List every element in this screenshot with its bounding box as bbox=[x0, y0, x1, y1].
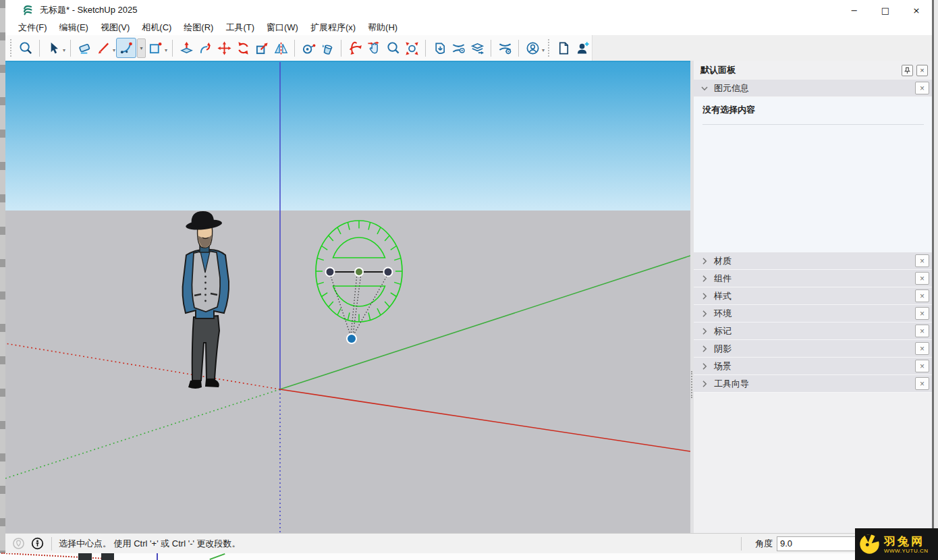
eraser-icon[interactable] bbox=[75, 38, 94, 57]
section-close-button[interactable]: × bbox=[915, 289, 929, 302]
no-selection-message: 没有选择内容 bbox=[702, 104, 924, 116]
panel-section-7[interactable]: 场景 × bbox=[694, 358, 932, 375]
arc-flyout-button[interactable]: ▾ bbox=[137, 38, 146, 58]
background-window-strip bbox=[0, 0, 5, 553]
section-close-button[interactable]: × bbox=[915, 360, 929, 372]
panel-section-8[interactable]: 工具向导 × bbox=[694, 375, 932, 393]
section-close-button[interactable]: × bbox=[915, 272, 929, 285]
chevron-down-icon bbox=[700, 84, 709, 92]
pushpull-icon[interactable] bbox=[177, 38, 196, 57]
3d-viewport[interactable] bbox=[5, 61, 690, 533]
toolbar-grip[interactable] bbox=[10, 39, 13, 57]
zoom-icon[interactable] bbox=[383, 38, 402, 57]
status-bar: 选择中心点。 使用 Ctrl '+' 或 Ctrl '-' 更改段数。 角度 bbox=[5, 533, 932, 553]
geolocation-icon[interactable] bbox=[12, 537, 25, 550]
rotate-icon[interactable] bbox=[233, 38, 252, 57]
menu-item-3[interactable]: 视图(V) bbox=[94, 20, 136, 35]
panel-section-6[interactable]: 阴影 × bbox=[694, 340, 932, 358]
select-icon[interactable] bbox=[44, 38, 63, 57]
panel-section-label: 场景 bbox=[714, 360, 732, 372]
section-close-button[interactable]: × bbox=[915, 377, 929, 390]
pin-icon[interactable] bbox=[902, 65, 913, 76]
followme-icon[interactable] bbox=[196, 38, 215, 57]
menu-item-4[interactable]: 相机(C) bbox=[136, 20, 177, 35]
account-icon[interactable] bbox=[523, 38, 542, 57]
sketchup-logo-icon bbox=[22, 4, 34, 16]
close-button[interactable]: × bbox=[901, 0, 932, 20]
screen: 无标题* - SketchUp 2025 − □ × 文件(F)编辑(E)视图(… bbox=[0, 0, 938, 560]
chevron-down-icon[interactable]: ▾ bbox=[542, 47, 545, 53]
new-document-icon[interactable] bbox=[554, 38, 573, 57]
watermark-url: WWW.YUTU.CN bbox=[884, 548, 929, 554]
section-close-button[interactable]: × bbox=[915, 307, 929, 320]
entity-info-close-button[interactable]: × bbox=[915, 82, 929, 94]
chevron-right-icon bbox=[700, 327, 709, 335]
section-close-button[interactable]: × bbox=[915, 325, 929, 337]
menu-item-5[interactable]: 绘图(R) bbox=[177, 20, 219, 35]
scale-icon[interactable] bbox=[252, 38, 271, 57]
arc-icon[interactable] bbox=[116, 38, 136, 58]
menu-item-7[interactable]: 窗口(W) bbox=[260, 20, 304, 35]
drawing-axes bbox=[5, 62, 690, 533]
chevron-right-icon bbox=[700, 345, 709, 353]
panel-section-1[interactable]: 材质 × bbox=[694, 252, 932, 270]
bg-figure-leg bbox=[78, 553, 92, 560]
zoom-extents-icon[interactable] bbox=[402, 38, 421, 57]
section-close-button[interactable]: × bbox=[915, 342, 929, 355]
toolbar-separator bbox=[39, 40, 40, 57]
watermark-name: 羽兔网 bbox=[884, 535, 929, 548]
extension-warehouse-icon[interactable] bbox=[449, 38, 468, 57]
rectangle-icon[interactable] bbox=[146, 38, 165, 57]
panel-section-4[interactable]: 环境 × bbox=[694, 305, 932, 323]
chevron-down-icon[interactable]: ▾ bbox=[63, 47, 65, 53]
pan-icon[interactable] bbox=[364, 38, 383, 57]
menu-item-1[interactable]: 文件(F) bbox=[12, 20, 53, 35]
chevron-right-icon bbox=[700, 310, 709, 318]
entity-info-header[interactable]: 图元信息 × bbox=[694, 80, 932, 97]
panel-section-label: 工具向导 bbox=[714, 378, 749, 390]
panel-section-2[interactable]: 组件 × bbox=[694, 270, 932, 287]
flip-icon[interactable] bbox=[271, 38, 290, 57]
menu-item-9[interactable]: 帮助(H) bbox=[362, 20, 404, 35]
chevron-down-icon[interactable]: ▾ bbox=[165, 47, 167, 53]
entity-info-body: 没有选择内容 bbox=[694, 97, 932, 252]
add-collaborator-icon[interactable] bbox=[573, 38, 592, 57]
section-close-button[interactable]: × bbox=[915, 254, 929, 267]
menu-bar: 文件(F)编辑(E)视图(V)相机(C)绘图(R)工具(T)窗口(W)扩展程序(… bbox=[5, 20, 932, 35]
tape-measure-icon[interactable] bbox=[299, 38, 318, 57]
paint-bucket-icon[interactable] bbox=[318, 38, 337, 57]
share-model-icon[interactable] bbox=[468, 38, 487, 57]
panel-close-icon[interactable]: × bbox=[916, 65, 928, 76]
bg-green-axis bbox=[209, 553, 225, 560]
panel-section-label: 组件 bbox=[714, 273, 732, 285]
panel-section-5[interactable]: 标记 × bbox=[694, 323, 932, 340]
maximize-button[interactable]: □ bbox=[870, 0, 901, 20]
protractor-handle-right[interactable] bbox=[384, 268, 393, 277]
extension-manager-icon[interactable] bbox=[495, 38, 514, 57]
move-icon[interactable] bbox=[215, 38, 233, 57]
toolbar-separator bbox=[425, 40, 426, 57]
panel-splitter[interactable] bbox=[690, 61, 694, 533]
line-icon[interactable] bbox=[94, 38, 113, 57]
menu-item-2[interactable]: 编辑(E) bbox=[53, 20, 94, 35]
minimize-button[interactable]: − bbox=[839, 0, 870, 20]
toolbar: ▾▾▾▾▾ bbox=[5, 35, 932, 61]
protractor-vertex-point[interactable] bbox=[347, 334, 356, 343]
menu-item-8[interactable]: 扩展程序(x) bbox=[304, 20, 362, 35]
toolbar-separator bbox=[294, 40, 295, 57]
protractor-handle-left[interactable] bbox=[326, 268, 335, 277]
menu-item-6[interactable]: 工具(T) bbox=[219, 20, 260, 35]
scale-figure[interactable] bbox=[183, 209, 229, 389]
panel-section-label: 环境 bbox=[714, 308, 732, 320]
panel-section-3[interactable]: 样式 × bbox=[694, 287, 932, 305]
protractor-handle-center[interactable] bbox=[355, 268, 363, 276]
panel-section-label: 材质 bbox=[714, 255, 732, 267]
zoom-window-icon[interactable] bbox=[16, 38, 35, 57]
rotate-protractor bbox=[316, 221, 402, 343]
instructor-icon[interactable] bbox=[31, 537, 44, 550]
toolbar-grip[interactable] bbox=[548, 39, 551, 57]
chevron-right-icon bbox=[700, 380, 709, 388]
orbit-icon[interactable] bbox=[346, 38, 364, 57]
warehouse-3d-icon[interactable] bbox=[430, 38, 449, 57]
chevron-down-icon[interactable]: ▾ bbox=[113, 47, 115, 53]
